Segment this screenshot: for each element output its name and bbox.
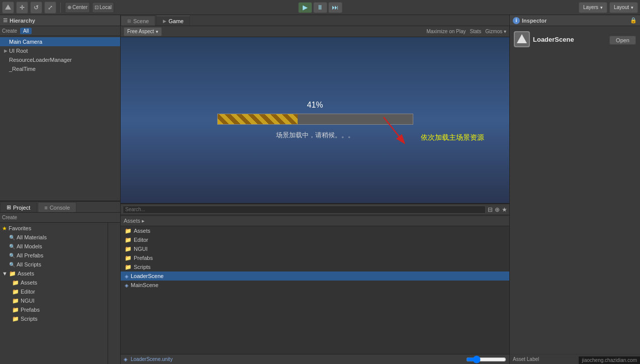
step-button[interactable]: ⏭ (328, 2, 342, 13)
zoom-slider[interactable] (466, 357, 506, 362)
assets-tree-header[interactable]: ▼ 📁 Assets (0, 269, 108, 278)
project-sidebar: ★ Favorites 🔍 All Materials 🔍 All Models… (0, 223, 108, 364)
layout-dropdown[interactable]: Layout (609, 2, 638, 13)
create-label[interactable]: Create (2, 215, 17, 220)
hierarchy-header: ☰ Hierarchy (0, 15, 120, 26)
sidebar-assets-scripts[interactable]: 📁 Scripts (0, 314, 108, 323)
local-icon: ⊡ (95, 5, 99, 10)
sidebar-item-all-materials[interactable]: 🔍 All Materials (0, 233, 108, 242)
magnify-icon: 🔍 (9, 253, 15, 258)
inspector-title: Inspector (522, 18, 547, 24)
folder-icon: 📁 (125, 264, 132, 270)
col-view-btn[interactable]: ⊟ (488, 206, 493, 213)
favorites-header[interactable]: ★ Favorites (0, 224, 108, 233)
folder-icon: 📁 (12, 289, 19, 295)
asset-item-loader-scene[interactable]: ◈ LoaderScene (121, 271, 509, 281)
folder-icon: 📁 (125, 246, 132, 252)
main-layout: ☰ Hierarchy Create All Main Camera ▶ UI … (0, 15, 640, 364)
sidebar-assets-assets[interactable]: 📁 Assets (0, 278, 108, 287)
sidebar-item-all-scripts[interactable]: 🔍 All Scripts (0, 260, 108, 269)
console-icon: ≡ (44, 205, 47, 211)
project-bottom-panel: ⊟ ⊕ ★ Assets ▸ 📁 Assets (121, 203, 509, 364)
file-bar-icon: ◈ (124, 356, 128, 362)
inspector-asset-row: LoaderScene Open (513, 29, 637, 49)
sep1 (60, 3, 61, 13)
game-toolbar: Free Aspect Maximize on Play Stats Gizmo… (121, 26, 509, 37)
hierarchy-item-resource-loader[interactable]: ResourceLoaderManager (0, 55, 120, 64)
lock-icon[interactable]: 🔒 (630, 17, 637, 24)
all-filter[interactable]: All (20, 28, 32, 34)
asset-item-prefabs[interactable]: 📁 Prefabs (121, 253, 509, 262)
scale-tool-btn[interactable]: ⤢ (44, 2, 56, 14)
console-tab[interactable]: ≡ Console (38, 202, 76, 212)
pause-button[interactable]: ⏸ (313, 2, 327, 13)
annotation-text: 依次加载主场景资源 (421, 133, 484, 142)
stats-btn[interactable]: Stats (470, 29, 482, 34)
game-tab[interactable]: ▶ Game (156, 16, 190, 26)
loading-percent: 41% (307, 101, 323, 110)
asset-item-main-scene[interactable]: ◈ MainScene (121, 281, 509, 290)
move-tool-btn[interactable]: ✛ (16, 2, 28, 14)
play-button[interactable]: ▶ (298, 2, 312, 13)
scene-tab-icon: ⊞ (127, 19, 131, 24)
inspector-content: LoaderScene Open (510, 26, 640, 193)
free-aspect-dropdown[interactable]: Free Aspect (124, 27, 162, 36)
unity-asset-icon: ◈ (125, 283, 129, 288)
star-icon: ★ (2, 225, 7, 232)
project-bottom-toolbar: ⊟ ⊕ ★ (121, 204, 509, 215)
hierarchy-item-main-camera[interactable]: Main Camera (0, 37, 120, 46)
project-icon: ⊞ (7, 204, 11, 211)
folder-icon: 📁 (125, 237, 132, 243)
file-bar-controls (466, 357, 506, 362)
inspector-empty (510, 193, 640, 354)
folder-icon: 📁 (9, 270, 16, 277)
asset-item-ngui[interactable]: 📁 NGUI (121, 244, 509, 253)
local-label: Local (100, 5, 112, 10)
unity-logo-btn[interactable] (2, 2, 14, 14)
magnify-icon: 🔍 (9, 262, 15, 267)
asset-name: LoaderScene (533, 36, 574, 43)
project-search-input[interactable] (123, 206, 486, 214)
layers-dropdown[interactable]: Layers (579, 2, 607, 13)
inspector-asset-info: LoaderScene (533, 36, 574, 43)
maximize-on-play[interactable]: Maximize on Play (426, 29, 466, 34)
scene-tab[interactable]: ⊞ Scene (121, 16, 155, 26)
sidebar-assets-ngui[interactable]: 📁 NGUI (0, 296, 108, 305)
coord-group[interactable]: ⊡ Local (92, 2, 114, 13)
filter-btn[interactable]: ⊕ (495, 206, 500, 213)
hierarchy-title: Hierarchy (10, 18, 35, 24)
create-label[interactable]: Create (2, 28, 17, 34)
loading-text: 场景加载中，请稍候。。。 (276, 131, 354, 140)
progress-bar-fill (218, 114, 298, 124)
watermark: jiaocheng.chazidian.com (579, 356, 640, 364)
rotate-tool-btn[interactable]: ↺ (30, 2, 42, 14)
asset-item-assets[interactable]: 📁 Assets (121, 226, 509, 235)
asset-item-editor[interactable]: 📁 Editor (121, 235, 509, 244)
folder-icon: 📁 (125, 228, 132, 234)
folder-icon: 📁 (12, 307, 19, 313)
project-tab[interactable]: ⊞ Project (0, 202, 37, 212)
unity-asset-icon: ◈ (125, 274, 129, 279)
pivot-icon: ⊕ (67, 5, 71, 10)
sidebar-item-all-prefabs[interactable]: 🔍 All Prefabs (0, 251, 108, 260)
sidebar-item-all-models[interactable]: 🔍 All Models (0, 242, 108, 251)
project-toolbar: Create (0, 213, 120, 223)
gizmos-btn[interactable]: Gizmos ▾ (485, 29, 506, 34)
sidebar-assets-editor[interactable]: 📁 Editor (0, 287, 108, 296)
magnify-icon: 🔍 (9, 244, 15, 249)
arrow-icon: ▶ (4, 48, 9, 53)
inspector-info-icon: i (513, 17, 520, 24)
magnify-icon: 🔍 (9, 235, 15, 240)
folder-icon: 📁 (12, 298, 19, 304)
svg-marker-0 (5, 5, 11, 10)
hierarchy-panel: ☰ Hierarchy Create All Main Camera ▶ UI … (0, 15, 121, 364)
hierarchy-item-realtime[interactable]: _RealTime (0, 64, 120, 73)
folder-icon: 📁 (125, 255, 132, 261)
star-btn[interactable]: ★ (502, 206, 507, 213)
item-label: UI Root (9, 48, 28, 54)
open-button[interactable]: Open (609, 36, 636, 45)
pivot-group[interactable]: ⊕ Center (65, 2, 90, 13)
hierarchy-item-ui-root[interactable]: ▶ UI Root (0, 46, 120, 55)
sidebar-assets-prefabs[interactable]: 📁 Prefabs (0, 305, 108, 314)
asset-item-scripts[interactable]: 📁 Scripts (121, 262, 509, 271)
